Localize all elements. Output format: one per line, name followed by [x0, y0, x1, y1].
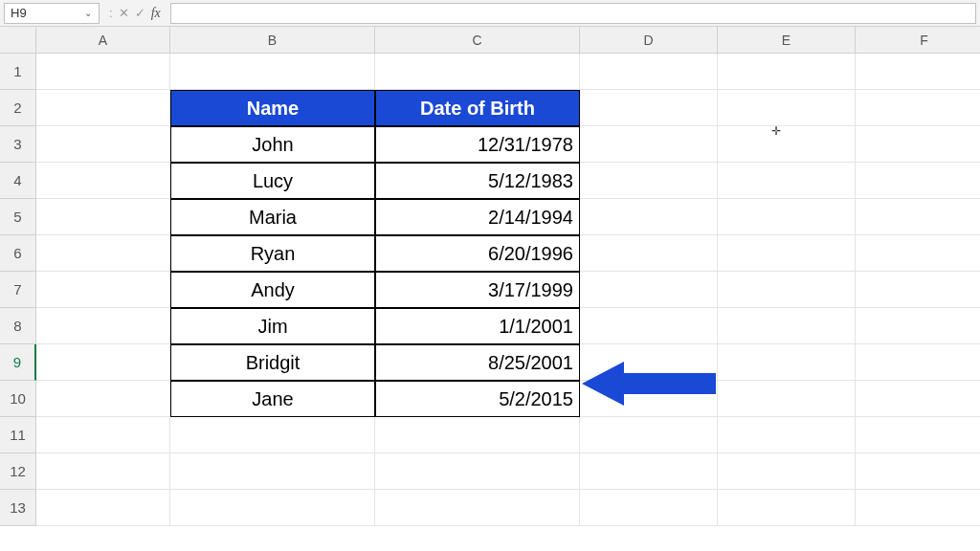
row-header-13[interactable]: 13: [0, 490, 36, 526]
cell[interactable]: [375, 490, 580, 526]
cell[interactable]: [718, 163, 856, 199]
cell[interactable]: [375, 417, 580, 453]
cell[interactable]: [580, 235, 718, 272]
table-row[interactable]: Jane: [170, 381, 375, 417]
row-header-7[interactable]: 7: [0, 272, 36, 308]
cell[interactable]: [580, 417, 718, 453]
cell[interactable]: [375, 54, 580, 90]
cell[interactable]: [36, 381, 170, 417]
cell[interactable]: [170, 54, 375, 90]
cancel-icon[interactable]: ✕: [119, 6, 129, 20]
table-row[interactable]: Jim: [170, 308, 375, 344]
cell[interactable]: [36, 453, 170, 490]
cell[interactable]: [856, 235, 980, 272]
cell[interactable]: [36, 417, 170, 453]
col-header-E[interactable]: E: [718, 27, 856, 54]
cell[interactable]: [580, 163, 718, 199]
cell[interactable]: [718, 490, 856, 526]
table-row[interactable]: 3/17/1999: [375, 272, 580, 308]
cell[interactable]: [718, 90, 856, 126]
cell[interactable]: [856, 272, 980, 308]
cell[interactable]: [856, 344, 980, 381]
cells-area[interactable]: Name Date of Birth John 12/31/1978: [36, 54, 980, 526]
cell[interactable]: [856, 417, 980, 453]
table-row[interactable]: 1/1/2001: [375, 308, 580, 344]
cell[interactable]: [856, 54, 980, 90]
cell[interactable]: [580, 272, 718, 308]
select-all-corner[interactable]: [0, 27, 36, 54]
table-row[interactable]: 12/31/1978: [375, 126, 580, 163]
row-header-9[interactable]: 9: [0, 344, 36, 381]
table-row[interactable]: Ryan: [170, 235, 375, 272]
table-row[interactable]: 2/14/1994: [375, 199, 580, 235]
cell[interactable]: [856, 163, 980, 199]
table-header-name[interactable]: Name: [170, 90, 375, 126]
row-header-4[interactable]: 4: [0, 163, 36, 199]
cell[interactable]: [718, 417, 856, 453]
cell[interactable]: [718, 344, 856, 381]
cell[interactable]: [36, 344, 170, 381]
table-header-dob[interactable]: Date of Birth: [375, 90, 580, 126]
cell[interactable]: [36, 235, 170, 272]
cell[interactable]: [718, 235, 856, 272]
cell[interactable]: [36, 199, 170, 235]
cell[interactable]: [856, 381, 980, 417]
name-box[interactable]: H9 ⌄: [4, 3, 100, 24]
row-header-11[interactable]: 11: [0, 417, 36, 453]
accept-icon[interactable]: ✓: [135, 6, 145, 20]
row-header-10[interactable]: 10: [0, 381, 36, 417]
cell[interactable]: [170, 417, 375, 453]
cell[interactable]: [856, 490, 980, 526]
cell[interactable]: [170, 490, 375, 526]
col-header-C[interactable]: C: [375, 27, 580, 54]
cell[interactable]: [856, 126, 980, 163]
cell[interactable]: [580, 381, 718, 417]
cell[interactable]: [36, 126, 170, 163]
cell[interactable]: [580, 90, 718, 126]
cell[interactable]: [36, 490, 170, 526]
cell[interactable]: [580, 308, 718, 344]
table-row[interactable]: 6/20/1996: [375, 235, 580, 272]
table-row[interactable]: Andy: [170, 272, 375, 308]
row-header-8[interactable]: 8: [0, 308, 36, 344]
table-row[interactable]: 5/2/2015: [375, 381, 580, 417]
cell[interactable]: [375, 453, 580, 490]
cell[interactable]: [170, 453, 375, 490]
row-header-6[interactable]: 6: [0, 235, 36, 272]
table-row[interactable]: Bridgit: [170, 344, 375, 381]
row-header-5[interactable]: 5: [0, 199, 36, 235]
chevron-down-icon[interactable]: ⌄: [83, 9, 93, 18]
cell[interactable]: [856, 90, 980, 126]
table-row[interactable]: Maria: [170, 199, 375, 235]
col-header-F[interactable]: F: [856, 27, 980, 54]
cell[interactable]: [580, 344, 718, 381]
formula-input[interactable]: [170, 3, 976, 24]
cell[interactable]: [718, 381, 856, 417]
cell[interactable]: [36, 90, 170, 126]
cell[interactable]: [36, 54, 170, 90]
cell[interactable]: [718, 126, 856, 163]
table-row[interactable]: 5/12/1983: [375, 163, 580, 199]
cell[interactable]: [856, 308, 980, 344]
cell[interactable]: [36, 272, 170, 308]
cell[interactable]: [856, 199, 980, 235]
fx-icon[interactable]: fx: [151, 6, 161, 21]
cell[interactable]: [856, 453, 980, 490]
cell[interactable]: [580, 490, 718, 526]
cell[interactable]: [718, 453, 856, 490]
cell[interactable]: [718, 199, 856, 235]
cell[interactable]: [580, 199, 718, 235]
cell[interactable]: [580, 126, 718, 163]
cell[interactable]: [36, 163, 170, 199]
col-header-B[interactable]: B: [170, 27, 375, 54]
row-header-2[interactable]: 2: [0, 90, 36, 126]
cell[interactable]: [580, 54, 718, 90]
col-header-A[interactable]: A: [36, 27, 170, 54]
row-header-12[interactable]: 12: [0, 453, 36, 490]
table-row[interactable]: 8/25/2001: [375, 344, 580, 381]
cell[interactable]: [580, 453, 718, 490]
row-header-1[interactable]: 1: [0, 54, 36, 90]
table-row[interactable]: John: [170, 126, 375, 163]
cell[interactable]: [718, 272, 856, 308]
cell[interactable]: [36, 308, 170, 344]
